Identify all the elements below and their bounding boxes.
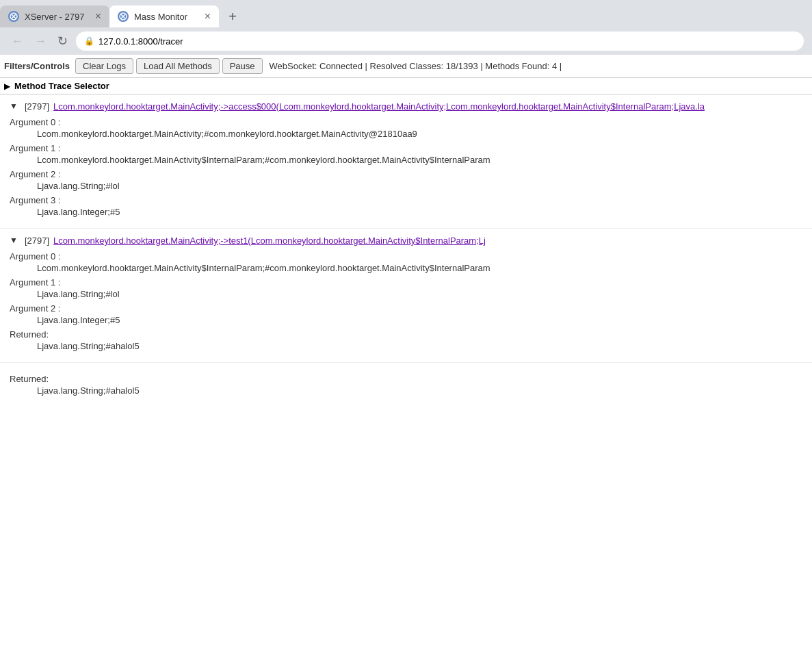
address-text: 127.0.0.1:8000/tracer: [99, 36, 183, 47]
clear-logs-button[interactable]: Clear Logs: [75, 58, 133, 74]
forward-button[interactable]: →: [31, 33, 49, 50]
address-bar: ← → ↻ 🔒 127.0.0.1:8000/tracer: [0, 27, 812, 55]
log-method-link-1[interactable]: Lcom.monkeylord.hooktarget.MainActivity;…: [53, 101, 705, 112]
log-pid-2: [2797]: [25, 236, 49, 246]
arg-value-2-0: Lcom.monkeylord.hooktarget.MainActivity$…: [10, 263, 802, 273]
status-text: WebSocket: Connected | Resolved Classes:…: [270, 61, 562, 71]
main-content: ▼ [2797] Lcom.monkeylord.hooktarget.Main…: [0, 94, 812, 403]
arg-value-1-0: Lcom.monkeylord.hooktarget.MainActivity;…: [10, 129, 802, 139]
log-header-1: ▼ [2797] Lcom.monkeylord.hooktarget.Main…: [10, 101, 802, 112]
log-entry-2: ▼ [2797] Lcom.monkeylord.hooktarget.Main…: [0, 229, 812, 363]
arg-value-2-1: Ljava.lang.String;#lol: [10, 289, 802, 299]
returned-value-2: Ljava.lang.String;#ahalol5: [10, 341, 802, 351]
arg-value-1-1: Lcom.monkeylord.hooktarget.MainActivity$…: [10, 155, 802, 165]
lock-icon: 🔒: [84, 36, 94, 46]
tab-bar: XServer - 2797 × Mass Monitor × +: [0, 0, 812, 27]
arg-block-1-0: Argument 0 : Lcom.monkeylord.hooktarget.…: [10, 117, 802, 139]
mass-monitor-tab-title: Mass Monitor: [134, 12, 187, 22]
method-trace-label: Method Trace Selector: [14, 81, 109, 91]
xserver-tab-close[interactable]: ×: [95, 11, 101, 22]
log-arrow-2[interactable]: ▼: [10, 236, 18, 245]
arg-label-1-3: Argument 3 :: [10, 195, 802, 205]
arg-block-1-3: Argument 3 : Ljava.lang.Integer;#5: [10, 195, 802, 217]
filters-controls-label: Filters/Controls: [4, 61, 70, 71]
arg-label-2-0: Argument 0 :: [10, 251, 802, 262]
mass-monitor-tab-close[interactable]: ×: [205, 11, 211, 22]
log-entry-1: ▼ [2797] Lcom.monkeylord.hooktarget.Main…: [0, 94, 812, 229]
arg-label-2-1: Argument 1 :: [10, 277, 802, 288]
arg-label-1-1: Argument 1 :: [10, 143, 802, 153]
outer-returned-value: Ljava.lang.String;#ahalol5: [10, 385, 802, 396]
returned-label-2: Returned:: [10, 329, 802, 340]
arg-label-1-0: Argument 0 :: [10, 117, 802, 127]
arg-value-1-2: Ljava.lang.String;#lol: [10, 181, 802, 191]
returned-block-2: Returned: Ljava.lang.String;#ahalol5: [10, 329, 802, 351]
back-button[interactable]: ←: [8, 33, 26, 50]
outer-returned-block: Returned: Ljava.lang.String;#ahalol5: [0, 363, 812, 403]
outer-returned-label: Returned:: [10, 374, 802, 384]
xserver-tab-icon: [8, 11, 19, 22]
method-trace-arrow[interactable]: ▶: [4, 81, 10, 91]
arg-block-1-1: Argument 1 : Lcom.monkeylord.hooktarget.…: [10, 143, 802, 165]
arg-block-2-2: Argument 2 : Ljava.lang.Integer;#5: [10, 303, 802, 325]
tab-xserver[interactable]: XServer - 2797 ×: [0, 5, 109, 27]
arg-block-1-2: Argument 2 : Ljava.lang.String;#lol: [10, 169, 802, 191]
mass-monitor-tab-icon: [118, 11, 129, 22]
browser-chrome: XServer - 2797 × Mass Monitor × + ← → ↻ …: [0, 0, 812, 55]
arg-block-2-0: Argument 0 : Lcom.monkeylord.hooktarget.…: [10, 251, 802, 273]
method-trace-bar: ▶ Method Trace Selector: [0, 78, 812, 94]
arg-label-1-2: Argument 2 :: [10, 169, 802, 179]
pause-button[interactable]: Pause: [222, 58, 263, 74]
toolbar: Filters/Controls Clear Logs Load All Met…: [0, 55, 812, 78]
new-tab-button[interactable]: +: [222, 5, 244, 27]
log-pid-1: [2797]: [25, 101, 49, 112]
arg-block-2-1: Argument 1 : Ljava.lang.String;#lol: [10, 277, 802, 299]
log-method-link-2[interactable]: Lcom.monkeylord.hooktarget.MainActivity;…: [53, 236, 486, 246]
reload-button[interactable]: ↻: [55, 32, 70, 50]
tab-mass-monitor[interactable]: Mass Monitor ×: [109, 5, 219, 27]
log-header-2: ▼ [2797] Lcom.monkeylord.hooktarget.Main…: [10, 236, 802, 246]
arg-label-2-2: Argument 2 :: [10, 303, 802, 314]
load-all-methods-button[interactable]: Load All Methods: [136, 58, 220, 74]
xserver-tab-title: XServer - 2797: [25, 12, 84, 22]
address-input[interactable]: 🔒 127.0.0.1:8000/tracer: [76, 31, 804, 51]
arg-value-2-2: Ljava.lang.Integer;#5: [10, 315, 802, 325]
arg-value-1-3: Ljava.lang.Integer;#5: [10, 207, 802, 217]
log-arrow-1[interactable]: ▼: [10, 101, 18, 111]
